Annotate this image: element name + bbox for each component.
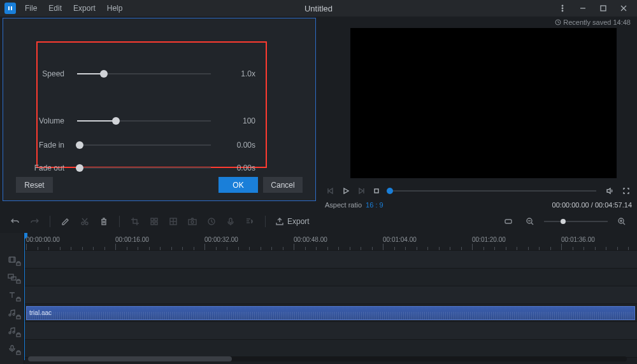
speed-slider-thumb[interactable] [100,70,108,78]
video-track-head[interactable] [0,251,24,269]
playhead[interactable] [24,233,25,360]
fade-out-slider[interactable] [77,167,211,169]
text-track-head[interactable] [0,286,24,304]
cancel-button[interactable]: Cancel [263,177,303,193]
left-pane: Speed 1.0x Volume 100 Fade [0,17,320,210]
track-lane-audio[interactable]: trial.aac [24,304,637,322]
audio2-track-head[interactable] [0,322,24,340]
playback-scrubber[interactable] [390,190,596,192]
ok-button[interactable]: OK [218,177,258,193]
svg-rect-43 [17,281,20,283]
svg-rect-29 [505,220,512,223]
crop-icon[interactable] [127,214,143,229]
pip-track-head[interactable] [0,269,24,286]
duration-icon[interactable] [204,214,219,229]
aspect-ratio-value[interactable]: 16 : 9 [366,201,383,209]
next-frame-icon[interactable] [355,185,367,197]
ruler-label: 00:00:32.00 [204,236,238,243]
svg-rect-46 [17,334,20,337]
redo-icon[interactable] [27,214,42,229]
svg-rect-41 [8,274,13,278]
svg-line-34 [623,223,625,225]
audio-track-head[interactable] [0,304,24,322]
freeze-icon[interactable] [166,214,181,229]
edit-icon[interactable] [58,214,73,229]
menu-help[interactable]: Help [102,2,128,15]
fade-in-slider[interactable] [77,144,211,146]
track-lane-audio2[interactable] [24,322,637,340]
svg-rect-21 [155,222,157,225]
play-icon[interactable] [340,185,352,197]
maximize-icon[interactable] [596,1,610,15]
svg-rect-15 [375,189,378,193]
ruler-label: 00:01:20.00 [472,236,506,243]
ruler-label: 00:01:36.00 [561,236,595,243]
dialog-buttons: Reset OK Cancel [16,177,303,193]
stop-icon[interactable] [371,185,382,197]
speed-slider[interactable] [77,73,211,74]
svg-point-3 [562,8,563,9]
fullscreen-icon[interactable] [620,185,632,197]
aspect-ratio-label: Aspect ratio [325,201,362,209]
snapshot-icon[interactable] [185,214,200,229]
timeline-toolbar: Export [0,210,637,233]
zoom-out-icon[interactable] [522,214,538,229]
track-lane-voiceover[interactable] [24,340,637,358]
menu-export[interactable]: Export [68,2,101,15]
speed-label: Speed [20,69,77,78]
prev-frame-icon[interactable] [325,185,336,197]
close-icon[interactable] [617,1,631,15]
window-title: Untitled [304,4,333,13]
track-lane-pip[interactable] [24,269,637,286]
undo-icon[interactable] [8,214,23,229]
zoom-in-icon[interactable] [614,214,629,229]
fade-in-value: 0.00s [224,141,255,150]
cut-icon[interactable] [77,214,92,229]
fit-icon[interactable] [501,214,516,229]
fade-in-row: Fade in 0.00s [20,136,299,154]
track-lane-video[interactable] [24,251,637,269]
svg-point-16 [82,222,84,225]
volume-slider-thumb[interactable] [112,117,120,125]
export-button[interactable]: Export [275,216,310,227]
audio-clip[interactable]: trial.aac [26,306,635,320]
delete-icon[interactable] [96,214,111,229]
mosaic-icon[interactable] [147,214,162,229]
main-area: Speed 1.0x Volume 100 Fade [0,17,637,210]
fade-out-row: Fade out 0.00s [20,159,299,177]
preview-window[interactable] [350,28,617,178]
speed-row: Speed 1.0x [20,65,299,83]
svg-rect-48 [17,352,20,354]
zoom-slider[interactable] [544,221,608,222]
track-lane-text[interactable] [24,286,637,304]
svg-rect-20 [151,222,154,225]
voiceover-track-head[interactable] [0,340,24,358]
volume-value: 100 [224,116,255,125]
ruler-label: 00:00:48.00 [294,236,327,243]
menu-edit[interactable]: Edit [43,2,67,15]
playback-scrubber-thumb[interactable] [387,188,393,194]
tracks-area[interactable]: 00:00:00.0000:00:16.0000:00:32.0000:00:4… [24,233,637,364]
menu-file[interactable]: File [20,2,42,15]
volume-slider[interactable] [77,120,211,122]
text-to-speech-icon[interactable] [242,214,257,229]
titlebar: File Edit Export Help Untitled [0,0,637,17]
timeline-scrollbar[interactable] [28,356,627,361]
more-icon[interactable] [555,1,569,15]
window-controls [555,1,634,15]
voiceover-icon[interactable] [223,214,238,229]
playback-controls [325,183,632,199]
fade-in-slider-thumb[interactable] [76,141,83,149]
dialog-content: Speed 1.0x Volume 100 Fade [3,18,315,200]
reset-button[interactable]: Reset [16,177,53,193]
svg-rect-25 [189,220,196,225]
volume-icon[interactable] [604,185,615,197]
minimize-icon[interactable] [576,1,590,15]
svg-point-2 [562,5,563,6]
fade-out-slider-thumb[interactable] [76,164,83,172]
volume-label: Volume [20,116,77,125]
time-ruler[interactable]: 00:00:00.0000:00:16.0000:00:32.0000:00:4… [24,233,637,251]
timeline-scrollbar-thumb[interactable] [28,356,232,361]
zoom-slider-thumb[interactable] [561,219,566,224]
svg-rect-0 [8,6,10,10]
